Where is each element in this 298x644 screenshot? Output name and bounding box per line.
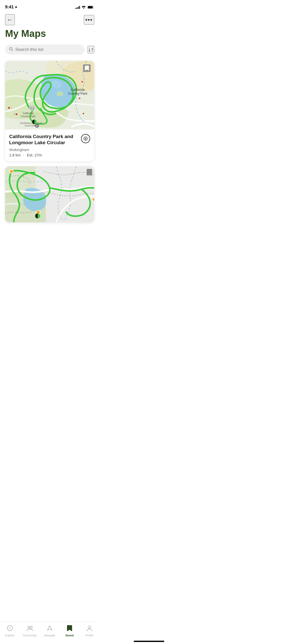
svg-text:Country Park: Country Park <box>21 115 36 118</box>
svg-text:P: P <box>36 125 38 127</box>
sort-button[interactable]: ↓↑ <box>88 46 94 53</box>
svg-point-34 <box>92 198 94 201</box>
route-card-2[interactable] <box>5 166 94 222</box>
svg-rect-11 <box>16 113 17 115</box>
svg-point-33 <box>10 170 13 173</box>
svg-rect-10 <box>8 107 10 109</box>
map-svg-1: California Country Park California Count… <box>5 61 94 129</box>
page-title: My Maps <box>0 26 99 45</box>
svg-rect-2 <box>88 6 93 8</box>
svg-rect-15 <box>83 113 84 114</box>
svg-line-4 <box>12 50 13 51</box>
download-button-1[interactable] <box>81 134 90 143</box>
map-svg-2 <box>5 166 94 222</box>
status-bar: 9:41 <box>0 0 99 12</box>
svg-point-16 <box>56 91 63 96</box>
search-container: ↓↑ <box>0 45 99 61</box>
svg-point-35 <box>36 210 40 214</box>
svg-point-0 <box>83 8 84 9</box>
status-icons <box>75 5 94 9</box>
svg-point-23 <box>31 107 33 109</box>
route-map-1: California Country Park California Count… <box>5 61 94 129</box>
route-title-1: California Country Park and Longmoor Lak… <box>9 134 81 146</box>
route-info-1: California Country Park and Longmoor Lak… <box>5 129 94 161</box>
battery-icon <box>87 6 94 9</box>
search-icon <box>9 47 13 52</box>
wifi-icon <box>82 6 86 9</box>
search-input[interactable] <box>15 47 80 52</box>
location-indicator-icon <box>15 6 17 9</box>
scroll-content: California Country Park California Count… <box>0 61 99 245</box>
nav-header: ← ••• <box>0 12 99 26</box>
svg-text:Country Park: Country Park <box>68 92 87 95</box>
route-location-1: Wokingham <box>9 148 90 152</box>
svg-text:California: California <box>23 112 34 115</box>
search-input-wrap[interactable] <box>5 45 85 55</box>
svg-text:California: California <box>71 88 85 92</box>
route-title-row-1: California Country Park and Longmoor Lak… <box>9 134 90 146</box>
signal-icon <box>75 5 80 9</box>
route-card-1[interactable]: California Country Park California Count… <box>5 61 94 161</box>
svg-rect-13 <box>82 81 83 82</box>
status-time: 9:41 <box>5 5 17 10</box>
svg-rect-14 <box>79 98 80 99</box>
bookmark-icon[interactable] <box>83 64 91 72</box>
more-options-button[interactable]: ••• <box>84 15 94 25</box>
route-meta-1: 1.8 km · Est. 27m <box>9 153 90 157</box>
back-button[interactable]: ← <box>5 14 15 25</box>
svg-text:Finchbase – 1st Finch: Finchbase – 1st Finch <box>20 122 42 124</box>
